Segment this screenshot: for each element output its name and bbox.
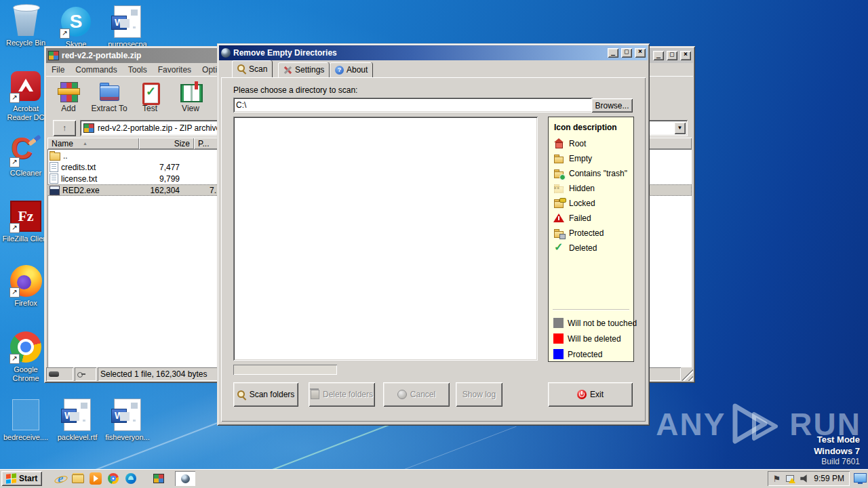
show-log-button[interactable]: Show log: [456, 382, 502, 407]
edge-icon[interactable]: [123, 471, 138, 486]
color-legend-label: Will be deleted: [568, 334, 621, 344]
lgi-hidden: [553, 183, 565, 194]
toolbar-icon: [179, 81, 202, 102]
network-warning-icon[interactable]: [785, 474, 795, 483]
desktop-icon-art: [8, 69, 43, 103]
maximize-icon[interactable]: □: [621, 48, 632, 58]
start-button[interactable]: Start: [1, 471, 42, 486]
media-player-icon[interactable]: [88, 471, 103, 486]
clock[interactable]: 9:59 PM: [814, 474, 844, 483]
volume-icon[interactable]: [800, 474, 809, 483]
exit-button[interactable]: Exit: [548, 382, 633, 407]
legend-item-label: Deleted: [569, 243, 597, 253]
recycle-bin[interactable]: Recycle Bin: [0, 3, 52, 47]
resize-grip[interactable]: [682, 367, 693, 381]
legend-item: Hidden: [549, 181, 633, 196]
shortcut-arrow-badge: [9, 93, 20, 103]
desktop-icon-label: Firefox: [14, 299, 37, 308]
scan-tab-icon: [237, 64, 246, 73]
toolbar-icon: [57, 81, 80, 102]
address-dropdown-arrow[interactable]: ▼: [674, 122, 686, 134]
desktop-icon-art: [8, 330, 43, 364]
extract-to-button[interactable]: Extract To: [90, 77, 129, 117]
desktop-icon-label: FileZilla Client: [2, 235, 49, 243]
cancel-button[interactable]: Cancel: [383, 382, 450, 407]
lgi-locked: [553, 198, 565, 209]
settings-tab-icon: [283, 66, 292, 75]
archive-icon: [83, 123, 94, 133]
red-titlebar[interactable]: Remove Empty Directories _ □ ×: [219, 45, 648, 60]
red-window[interactable]: Remove Empty Directories _ □ × Scan Sett…: [217, 43, 650, 426]
shortcut-arrow-badge: [9, 223, 20, 233]
winrar-app-icon: [48, 51, 59, 60]
system-tray: ⚑ 9:59 PM: [768, 471, 850, 486]
tab-settings[interactable]: Settings: [278, 62, 330, 77]
file-explorer-icon[interactable]: [71, 471, 85, 486]
shortcut-arrow-badge: [9, 157, 20, 167]
purposecpa[interactable]: purposecpa: [102, 5, 153, 49]
winrar-task-icon: [153, 474, 164, 483]
minimize-icon[interactable]: _: [608, 48, 618, 58]
close-icon[interactable]: ×: [635, 48, 646, 58]
desktop-icon-art: [8, 264, 43, 298]
legend-item: Empty: [549, 151, 633, 166]
color-legend-item: Will not be touched: [549, 315, 633, 331]
file-type-icon: [50, 152, 60, 161]
toolbar-icon: [138, 81, 161, 102]
add-button[interactable]: Add: [49, 77, 88, 117]
internet-explorer-icon[interactable]: [53, 471, 68, 486]
os-label: Windows 7: [814, 446, 860, 458]
packlevel[interactable]: packlevel.rtf: [52, 398, 103, 442]
column-header-size[interactable]: Size: [139, 138, 194, 149]
file-type-icon: [50, 162, 58, 172]
fisheveryon[interactable]: fisheveryon...: [102, 398, 153, 442]
toolbar-label: Test: [142, 104, 157, 113]
red-app-icon: [221, 48, 231, 58]
lgi-deleted: [553, 243, 565, 253]
skype[interactable]: Skype: [50, 5, 102, 49]
close-icon[interactable]: ×: [680, 51, 691, 60]
up-one-level-button[interactable]: ↑: [53, 120, 76, 136]
lgi-protected: [553, 228, 565, 239]
scan-folders-button[interactable]: Scan folders: [233, 382, 298, 407]
desktop-icon-art: [8, 398, 43, 432]
color-swatch: [553, 318, 564, 328]
windows-logo-icon: [6, 473, 16, 484]
shortcut-arrow-badge: [9, 287, 20, 298]
maximize-icon[interactable]: □: [667, 51, 677, 60]
bedreceive[interactable]: bedreceive....: [0, 398, 52, 442]
menu-item[interactable]: Commands: [70, 64, 122, 76]
anyrun-brand-run: RUN: [789, 409, 861, 440]
tab-about[interactable]: ? About: [330, 62, 373, 77]
minimize-icon[interactable]: _: [653, 51, 664, 60]
tab-scan[interactable]: Scan: [232, 60, 273, 77]
legend-item: Locked: [549, 196, 633, 211]
lgi-root: [553, 138, 565, 149]
view-button[interactable]: View: [171, 77, 210, 117]
color-swatch: [553, 349, 564, 359]
menu-item[interactable]: File: [46, 64, 70, 76]
scan-results-list[interactable]: [233, 117, 538, 361]
red-task-icon: [181, 474, 190, 483]
winrar-taskbar-button[interactable]: [145, 471, 172, 486]
desktop-icon-art: [8, 199, 43, 233]
show-desktop-button[interactable]: [854, 473, 867, 484]
column-header-name[interactable]: Name ▲: [47, 138, 139, 149]
taskbar: Start ⚑ 9:59 PM: [0, 469, 868, 488]
browse-button[interactable]: Browse...: [591, 98, 633, 113]
menu-item[interactable]: Tools: [123, 64, 153, 76]
desktop-icon-label: Recycle Bin: [6, 39, 45, 47]
action-center-flag-icon[interactable]: ⚑: [773, 474, 781, 483]
legend-item-label: Root: [569, 139, 586, 148]
red-taskbar-button[interactable]: [175, 471, 195, 486]
directory-input[interactable]: C:\: [233, 98, 593, 113]
anyrun-play-logo: [728, 403, 787, 445]
menu-item[interactable]: Favorites: [153, 64, 197, 76]
legend-item: Contains "trash": [549, 166, 633, 181]
legend-item-label: Contains "trash": [569, 169, 627, 178]
delete-folders-button[interactable]: Delete folders: [309, 382, 375, 407]
cancel-icon: [397, 390, 407, 399]
toolbar-label: Add: [61, 104, 75, 113]
test-button[interactable]: Test: [130, 77, 170, 117]
chrome-icon[interactable]: [106, 471, 121, 486]
